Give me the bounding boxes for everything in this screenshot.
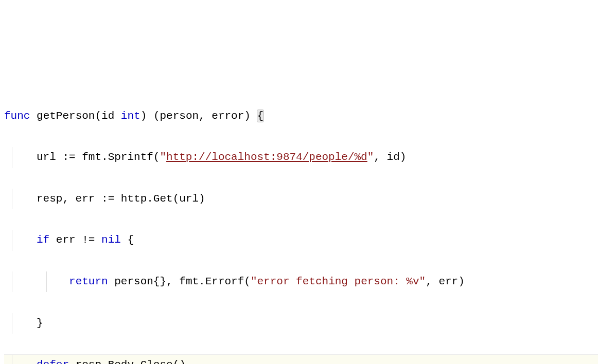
code-text: , id) (374, 151, 406, 163)
string-literal: "error fetching person: %v" (251, 276, 426, 287)
code-text (4, 359, 37, 364)
code-text: err != (49, 234, 101, 246)
code-text: ) (person, error) (140, 110, 257, 122)
code-text: getPerson(id (30, 110, 120, 122)
keyword-nil: nil (101, 234, 121, 246)
code-text: url := fmt.Sprintf( (4, 151, 160, 163)
code-text: { (121, 234, 134, 246)
url-link[interactable]: http://localhost:9874/people/%d (166, 151, 367, 163)
code-text (4, 234, 37, 246)
code-text: resp, err := http.Get(url) (4, 193, 205, 205)
code-text: resp.Body.Close() (69, 359, 186, 364)
code-text: person{}, fmt.Errorf( (108, 276, 251, 287)
code-line[interactable]: return person{}, fmt.Errorf("error fetch… (4, 271, 598, 292)
code-line-current[interactable]: defer resp.Body.Close() (4, 354, 598, 364)
type-int: int (121, 110, 140, 122)
code-line[interactable]: func getPerson(id int) (person, error) { (4, 106, 598, 126)
brace-open: { (257, 110, 264, 122)
string-literal: " (160, 151, 166, 163)
code-text: , err) (426, 276, 465, 287)
code-editor[interactable]: func getPerson(id int) (person, error) {… (0, 83, 598, 364)
keyword-if: if (37, 234, 49, 246)
code-line[interactable]: if err != nil { (4, 230, 598, 250)
keyword-defer: defer (37, 359, 69, 364)
code-text (4, 276, 69, 287)
keyword-func: func (4, 110, 30, 122)
code-text: } (4, 317, 43, 329)
string-literal: " (367, 151, 374, 163)
code-line[interactable]: url := fmt.Sprintf("http://localhost:987… (4, 147, 598, 168)
code-line[interactable]: resp, err := http.Get(url) (4, 189, 598, 209)
code-line[interactable]: } (4, 313, 598, 334)
keyword-return: return (69, 276, 108, 287)
